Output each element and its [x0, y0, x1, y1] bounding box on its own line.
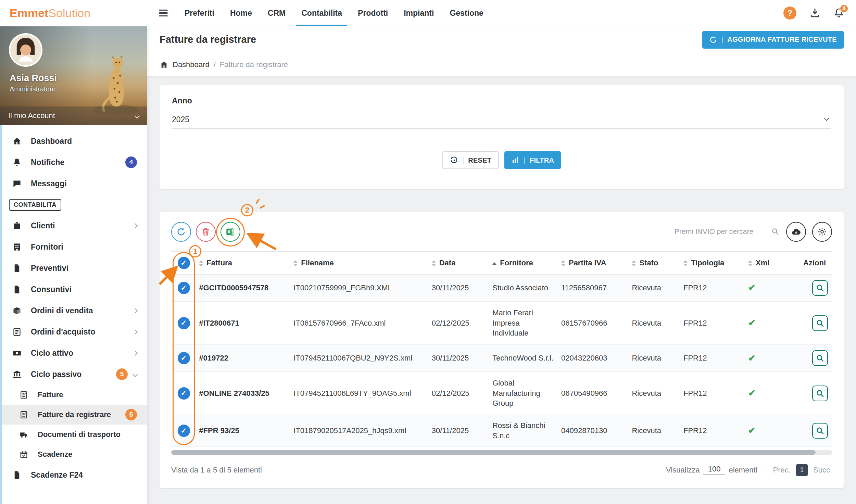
download-icon[interactable] — [809, 8, 820, 18]
page-size-input[interactable]: 100 — [703, 465, 726, 475]
col-fornitore[interactable]: Fornitore — [490, 252, 558, 275]
xml-check-icon — [748, 388, 756, 398]
chevron-right-icon — [133, 223, 138, 228]
sidebar-item-clienti[interactable]: Clienti — [2, 215, 147, 236]
gear-icon — [817, 227, 827, 237]
nav-crm[interactable]: CRM — [260, 0, 293, 26]
anno-select[interactable]: 2025 — [172, 111, 831, 129]
help-icon[interactable] — [783, 7, 796, 20]
sidebar-item-scadenze[interactable]: Scadenze — [2, 444, 147, 464]
my-account-link[interactable]: Il mio Account — [0, 106, 147, 125]
cheetah-photo — [90, 50, 142, 115]
document-icon — [12, 285, 22, 294]
refresh-button[interactable] — [171, 222, 191, 242]
sidebar-item-messaggi[interactable]: Messaggi — [2, 173, 147, 194]
chevron-right-icon — [133, 350, 138, 356]
search-icon — [771, 227, 779, 236]
view-invoice-button[interactable] — [812, 350, 828, 366]
excel-export-button[interactable] — [221, 222, 240, 242]
col-xml[interactable]: Xml — [745, 252, 794, 275]
breadcrumb: Dashboard / Fatture da registrare — [147, 53, 856, 76]
search-input[interactable] — [674, 225, 780, 239]
row-checkbox[interactable] — [178, 352, 190, 364]
chevron-right-icon — [133, 308, 138, 313]
row-checkbox[interactable] — [178, 425, 190, 437]
hamburger-menu-icon[interactable] — [159, 10, 168, 17]
view-invoice-button[interactable] — [812, 315, 828, 331]
col-partita-iva[interactable]: Partita IVA — [558, 252, 629, 275]
row-checkbox[interactable] — [178, 282, 190, 294]
scrollbar-thumb[interactable] — [171, 450, 816, 455]
ciclo-passivo-badge: 5 — [116, 368, 128, 380]
top-nav: Preferiti Home CRM Contabilita Prodotti … — [177, 0, 491, 26]
nav-gestione[interactable]: Gestione — [442, 0, 491, 26]
form-icon — [12, 327, 22, 337]
filtra-button[interactable]: | FILTRA — [504, 151, 561, 169]
col-stato[interactable]: Stato — [629, 252, 681, 275]
avatar[interactable] — [9, 33, 42, 67]
col-data[interactable]: Data — [429, 252, 490, 275]
row-checkbox[interactable] — [178, 387, 190, 400]
magnifier-icon — [816, 284, 824, 292]
view-invoice-button[interactable] — [812, 423, 828, 439]
nav-home[interactable]: Home — [222, 0, 260, 26]
magnifier-icon — [816, 426, 824, 435]
select-all-checkbox[interactable] — [178, 257, 190, 269]
delete-button[interactable] — [196, 222, 216, 242]
profile-name: Asia Rossi — [10, 73, 57, 84]
xml-check-icon — [748, 318, 756, 328]
nav-preferiti[interactable]: Preferiti — [177, 0, 222, 26]
sidebar-item-ordini-dacquisto[interactable]: Ordini d'acquisto — [2, 321, 147, 342]
breadcrumb-current: Fatture da registrare — [220, 60, 288, 69]
sidebar-item-preventivi[interactable]: Preventivi — [2, 257, 147, 279]
row-checkbox[interactable] — [178, 317, 190, 329]
sidebar: Asia Rossi Amministratore Il mio Account… — [0, 26, 147, 504]
nav-prodotti[interactable]: Prodotti — [350, 0, 396, 26]
nav-impianti[interactable]: Impianti — [396, 0, 442, 26]
invoice-icon — [18, 411, 29, 419]
sidebar-item-fatture-da-registrare[interactable]: Fatture da registrare 5 — [2, 405, 147, 425]
sidebar-item-documenti-di-trasporto[interactable]: Documenti di trasporto — [2, 425, 147, 444]
sort-icon — [748, 260, 752, 266]
sidebar-item-consuntivi[interactable]: Consuntivi — [2, 279, 147, 300]
reset-button[interactable]: | RESET — [442, 151, 499, 169]
bell-icon[interactable]: 4 — [833, 8, 844, 18]
bell-icon — [12, 158, 22, 167]
nav-contabilita[interactable]: Contabilita — [293, 0, 350, 26]
table-row: #FPR 93/25 IT01879020517A2025_hJqs9.xml … — [171, 415, 832, 446]
money-icon — [12, 349, 22, 358]
col-tipologia[interactable]: Tipologia — [681, 252, 745, 275]
sidebar-item-dashboard[interactable]: Dashboard — [2, 130, 147, 152]
aggiorna-fatture-button[interactable]: | AGGIORNA FATTURE RICEVUTE — [702, 31, 844, 49]
sidebar-item-ciclo-passivo[interactable]: Ciclo passivo 5 — [2, 364, 147, 385]
fatture-da-registrare-badge: 5 — [125, 409, 137, 420]
view-invoice-button[interactable] — [812, 386, 828, 401]
page-content: Anno 2025 | RESET | FILTRA — [147, 76, 856, 497]
invoices-table: Fattura Filename Data Fornitore Partita … — [171, 251, 832, 447]
page-title: Fatture da registrare — [160, 34, 256, 45]
settings-button[interactable] — [812, 222, 832, 242]
select-all-header — [171, 252, 196, 275]
col-fattura[interactable]: Fattura — [196, 252, 291, 275]
current-page[interactable]: 1 — [796, 464, 808, 476]
table-header-row: Fattura Filename Data Fornitore Partita … — [171, 252, 832, 275]
sidebar-item-fatture[interactable]: Fatture — [2, 385, 147, 405]
sidebar-item-ciclo-attivo[interactable]: Ciclo attivo — [2, 342, 147, 364]
view-invoice-button[interactable] — [812, 280, 828, 296]
col-filename[interactable]: Filename — [291, 252, 429, 275]
sidebar-item-scadenze-f24[interactable]: Scadenze F24 — [2, 464, 147, 486]
breadcrumb-dashboard[interactable]: Dashboard — [173, 60, 210, 69]
next-page-button[interactable]: Succ. — [813, 466, 832, 475]
table-row: #IT2800671 IT06157670966_7FAco.xml 02/12… — [171, 302, 832, 345]
sort-icon — [199, 260, 203, 266]
sidebar-item-notifiche[interactable]: Notifiche 4 — [2, 152, 147, 173]
prev-page-button[interactable]: Prec. — [773, 466, 791, 475]
invoice-icon — [18, 391, 29, 399]
horizontal-scrollbar[interactable] — [171, 450, 832, 455]
bank-icon — [12, 370, 22, 379]
brand-primary: Emmet — [10, 7, 48, 20]
cloud-download-button[interactable] — [786, 222, 806, 242]
sidebar-item-fornitori[interactable]: Fornitori — [2, 236, 147, 257]
home-icon — [12, 137, 22, 146]
sidebar-item-ordini-di-vendita[interactable]: Ordini di vendita — [2, 300, 147, 321]
